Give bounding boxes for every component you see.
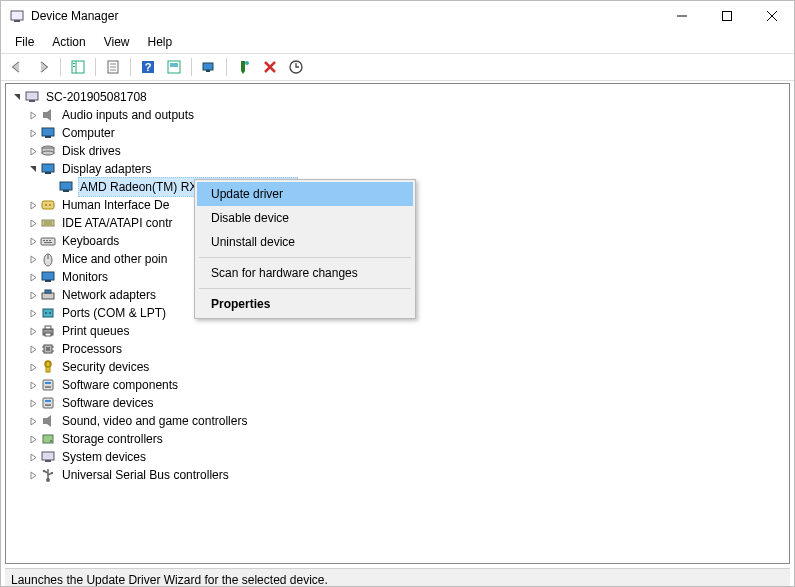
svg-rect-73: [45, 400, 51, 402]
tree-item-label: Human Interface De: [60, 196, 171, 214]
tree-item[interactable]: Software devices: [8, 394, 787, 412]
svg-rect-1: [14, 20, 20, 22]
menu-help[interactable]: Help: [140, 33, 181, 51]
svg-rect-74: [45, 404, 51, 406]
help-button[interactable]: ?: [136, 56, 160, 78]
expand-arrow-icon[interactable]: [26, 196, 40, 214]
expand-arrow-icon[interactable]: [10, 88, 24, 106]
tree-item-label: IDE ATA/ATAPI contr: [60, 214, 174, 232]
svg-rect-70: [45, 382, 51, 384]
svg-rect-18: [203, 63, 213, 70]
tree-item-label: Ports (COM & LPT): [60, 304, 168, 322]
tree-item[interactable]: Audio inputs and outputs: [8, 106, 787, 124]
scan-hardware-button[interactable]: [284, 56, 308, 78]
monitor-icon: [40, 125, 56, 141]
disk-icon: [40, 143, 56, 159]
svg-rect-35: [60, 182, 72, 190]
expand-arrow-icon[interactable]: [26, 286, 40, 304]
svg-rect-51: [45, 280, 51, 282]
close-button[interactable]: [749, 1, 794, 31]
svg-point-57: [49, 312, 51, 314]
enable-device-button[interactable]: [232, 56, 256, 78]
update-driver-button[interactable]: [197, 56, 221, 78]
tree-item[interactable]: Security devices: [8, 358, 787, 376]
properties-button[interactable]: [101, 56, 125, 78]
expand-arrow-icon[interactable]: [26, 304, 40, 322]
action-icon-button[interactable]: [162, 56, 186, 78]
expand-arrow-icon[interactable]: [26, 106, 40, 124]
expand-arrow-icon[interactable]: [26, 268, 40, 286]
expand-arrow-icon[interactable]: [26, 250, 40, 268]
collapse-arrow-icon[interactable]: [26, 160, 40, 178]
expand-arrow-icon[interactable]: [26, 214, 40, 232]
tree-item[interactable]: Sound, video and game controllers: [8, 412, 787, 430]
expand-arrow-icon[interactable]: [26, 358, 40, 376]
expand-arrow-icon[interactable]: [26, 430, 40, 448]
svg-rect-8: [73, 63, 75, 64]
expand-arrow-icon[interactable]: [26, 412, 40, 430]
cm-uninstall-device[interactable]: Uninstall device: [197, 230, 413, 254]
software-icon: [40, 377, 56, 393]
svg-rect-78: [42, 452, 54, 460]
svg-rect-47: [44, 242, 52, 243]
tree-item-label: Processors: [60, 340, 124, 358]
computer-icon: [24, 89, 40, 105]
menu-file[interactable]: File: [7, 33, 42, 51]
expand-arrow-icon[interactable]: [26, 448, 40, 466]
tree-item-label: Computer: [60, 124, 117, 142]
expand-arrow-icon[interactable]: [26, 124, 40, 142]
tree-item[interactable]: Print queues: [8, 322, 787, 340]
tree-root-row[interactable]: SC-201905081708: [8, 88, 787, 106]
expand-arrow-icon[interactable]: [26, 232, 40, 250]
tree-item[interactable]: Processors: [8, 340, 787, 358]
forward-button[interactable]: [31, 56, 55, 78]
expand-arrow-icon[interactable]: [26, 142, 40, 160]
tree-item-label: System devices: [60, 448, 148, 466]
svg-rect-55: [43, 309, 53, 317]
tree-item-label: Keyboards: [60, 232, 121, 250]
tree-item[interactable]: Universal Serial Bus controllers: [8, 466, 787, 484]
tree-item-label: Monitors: [60, 268, 110, 286]
ide-icon: [40, 215, 56, 231]
tree-item-label: Disk drives: [60, 142, 123, 160]
back-button[interactable]: [5, 56, 29, 78]
expand-arrow-icon[interactable]: [26, 322, 40, 340]
network-icon: [40, 287, 56, 303]
tree-item[interactable]: Display adapters: [8, 160, 787, 178]
expand-arrow-icon[interactable]: [26, 376, 40, 394]
svg-point-38: [45, 204, 47, 206]
monitor-icon: [40, 161, 56, 177]
maximize-button[interactable]: [704, 1, 749, 31]
statusbar-text: Launches the Update Driver Wizard for th…: [11, 573, 328, 587]
menu-action[interactable]: Action: [44, 33, 93, 51]
expand-arrow-icon[interactable]: [26, 394, 40, 412]
cm-separator: [199, 288, 411, 289]
tree-item[interactable]: System devices: [8, 448, 787, 466]
uninstall-device-button[interactable]: [258, 56, 282, 78]
expand-arrow-icon[interactable]: [26, 340, 40, 358]
cm-update-driver[interactable]: Update driver: [197, 182, 413, 206]
minimize-button[interactable]: [659, 1, 704, 31]
menu-view[interactable]: View: [96, 33, 138, 51]
tree-item[interactable]: Disk drives: [8, 142, 787, 160]
tree-item[interactable]: Computer: [8, 124, 787, 142]
expand-arrow-icon[interactable]: [26, 466, 40, 484]
tree-item[interactable]: Software components: [8, 376, 787, 394]
tree-root-label: SC-201905081708: [44, 88, 149, 106]
cm-disable-device[interactable]: Disable device: [197, 206, 413, 230]
svg-rect-52: [42, 293, 54, 299]
cm-properties[interactable]: Properties: [197, 292, 413, 316]
cm-scan-hardware[interactable]: Scan for hardware changes: [197, 261, 413, 285]
show-hide-tree-button[interactable]: [66, 56, 90, 78]
monitor-icon: [40, 269, 56, 285]
svg-rect-19: [206, 70, 210, 72]
svg-rect-33: [42, 164, 54, 172]
tree-content: SC-201905081708 Audio inputs and outputs…: [5, 83, 790, 564]
svg-rect-71: [45, 386, 51, 388]
svg-rect-79: [45, 460, 51, 462]
svg-rect-45: [46, 240, 48, 241]
tree-item[interactable]: Storage controllers: [8, 430, 787, 448]
hid-icon: [40, 197, 56, 213]
tree-item-label: Sound, video and game controllers: [60, 412, 249, 430]
mouse-icon: [40, 251, 56, 267]
